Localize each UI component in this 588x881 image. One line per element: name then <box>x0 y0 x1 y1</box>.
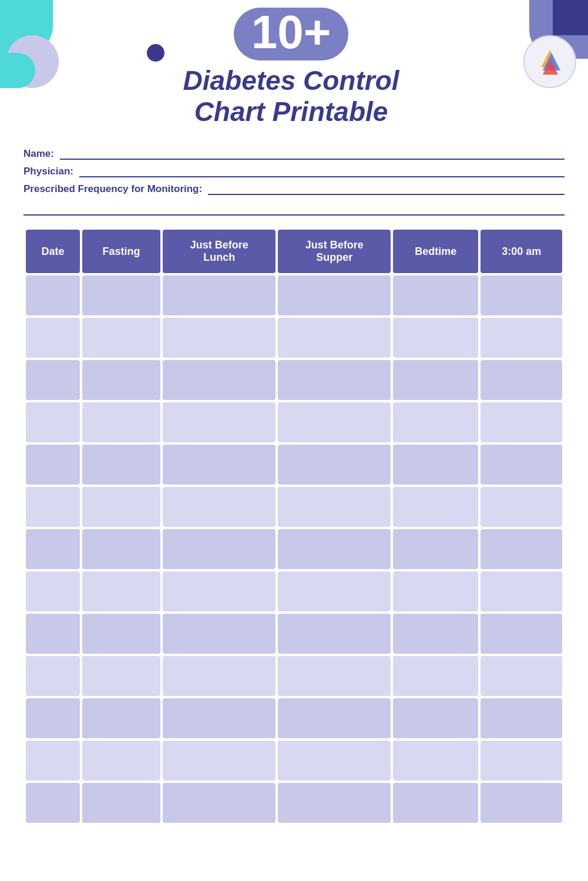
table-cell[interactable] <box>393 402 478 442</box>
table-cell[interactable] <box>163 571 275 611</box>
table-cell[interactable] <box>26 656 80 696</box>
table-cell[interactable] <box>163 529 275 569</box>
table-cell[interactable] <box>393 360 478 400</box>
table-cell[interactable] <box>163 360 275 400</box>
table-cell[interactable] <box>278 360 391 400</box>
table-row <box>26 698 562 738</box>
table-cell[interactable] <box>481 275 562 315</box>
frequency-input-line[interactable] <box>208 182 565 195</box>
table-cell[interactable] <box>82 656 161 696</box>
table-cell[interactable] <box>481 360 562 400</box>
table-cell[interactable] <box>163 402 275 442</box>
table-cell[interactable] <box>26 402 80 442</box>
table-row <box>26 656 562 696</box>
table-cell[interactable] <box>163 656 275 696</box>
table-cell[interactable] <box>278 698 391 738</box>
table-row <box>26 487 562 527</box>
table-cell[interactable] <box>481 529 562 569</box>
table-cell[interactable] <box>163 445 275 485</box>
table-cell[interactable] <box>481 783 562 823</box>
pill-number: 10+ <box>251 6 331 58</box>
table-cell[interactable] <box>278 529 391 569</box>
table-section: Date Fasting Just BeforeLunch Just Befor… <box>0 216 588 837</box>
col-header-bedtime: Bedtime <box>393 230 478 273</box>
table-cell[interactable] <box>82 571 161 611</box>
table-cell[interactable] <box>82 402 161 442</box>
table-cell[interactable] <box>82 783 161 823</box>
table-cell[interactable] <box>82 360 161 400</box>
table-cell[interactable] <box>393 783 478 823</box>
table-cell[interactable] <box>393 487 478 527</box>
table-cell[interactable] <box>278 741 391 781</box>
table-cell[interactable] <box>26 445 80 485</box>
table-row <box>26 445 562 485</box>
table-cell[interactable] <box>393 571 478 611</box>
table-cell[interactable] <box>82 487 161 527</box>
table-cell[interactable] <box>163 318 275 358</box>
table-cell[interactable] <box>278 445 391 485</box>
table-cell[interactable] <box>82 318 161 358</box>
table-cell[interactable] <box>481 698 562 738</box>
physician-label: Physician: <box>23 166 73 177</box>
deco-right-square <box>553 0 588 35</box>
pill-badge: 10+ <box>234 8 349 60</box>
table-cell[interactable] <box>393 275 478 315</box>
table-cell[interactable] <box>278 656 391 696</box>
table-cell[interactable] <box>163 741 275 781</box>
table-cell[interactable] <box>82 741 161 781</box>
name-label: Name: <box>23 148 54 160</box>
table-cell[interactable] <box>278 614 391 654</box>
table-cell[interactable] <box>26 614 80 654</box>
physician-input-line[interactable] <box>79 164 565 177</box>
table-cell[interactable] <box>393 529 478 569</box>
table-cell[interactable] <box>26 360 80 400</box>
table-cell[interactable] <box>26 487 80 527</box>
table-cell[interactable] <box>26 741 80 781</box>
table-cell[interactable] <box>163 614 275 654</box>
table-cell[interactable] <box>481 318 562 358</box>
name-input-line[interactable] <box>60 147 565 160</box>
table-cell[interactable] <box>481 571 562 611</box>
table-cell[interactable] <box>481 741 562 781</box>
table-cell[interactable] <box>82 275 161 315</box>
name-row: Name: <box>23 147 565 160</box>
page-header: 10+ Diabetes Control Chart Printable <box>0 0 588 135</box>
table-row <box>26 275 562 315</box>
table-cell[interactable] <box>481 445 562 485</box>
table-cell[interactable] <box>393 698 478 738</box>
table-row <box>26 614 562 654</box>
deco-dark-circle <box>147 44 164 62</box>
table-cell[interactable] <box>481 656 562 696</box>
table-row <box>26 529 562 569</box>
table-cell[interactable] <box>278 275 391 315</box>
table-cell[interactable] <box>163 698 275 738</box>
table-cell[interactable] <box>278 571 391 611</box>
table-cell[interactable] <box>393 614 478 654</box>
table-cell[interactable] <box>393 318 478 358</box>
table-cell[interactable] <box>26 698 80 738</box>
table-cell[interactable] <box>26 318 80 358</box>
table-cell[interactable] <box>26 275 80 315</box>
table-cell[interactable] <box>393 741 478 781</box>
table-cell[interactable] <box>26 571 80 611</box>
table-cell[interactable] <box>82 698 161 738</box>
table-cell[interactable] <box>82 445 161 485</box>
table-cell[interactable] <box>278 318 391 358</box>
table-cell[interactable] <box>82 614 161 654</box>
table-cell[interactable] <box>393 656 478 696</box>
table-row <box>26 571 562 611</box>
table-cell[interactable] <box>163 487 275 527</box>
table-cell[interactable] <box>26 783 80 823</box>
table-cell[interactable] <box>26 529 80 569</box>
table-cell[interactable] <box>278 783 391 823</box>
table-cell[interactable] <box>278 487 391 527</box>
table-cell[interactable] <box>278 402 391 442</box>
table-cell[interactable] <box>481 614 562 654</box>
table-cell[interactable] <box>163 783 275 823</box>
table-cell[interactable] <box>481 402 562 442</box>
table-cell[interactable] <box>163 275 275 315</box>
table-cell[interactable] <box>393 445 478 485</box>
deco-right-circle <box>523 35 576 88</box>
table-cell[interactable] <box>481 487 562 527</box>
table-cell[interactable] <box>82 529 161 569</box>
